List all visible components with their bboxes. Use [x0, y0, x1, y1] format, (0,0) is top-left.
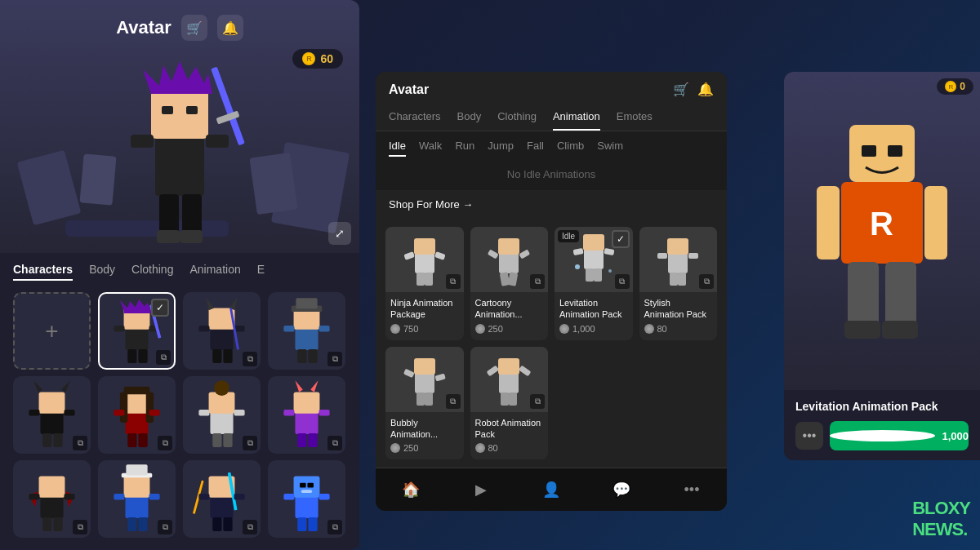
svg-rect-49 [146, 392, 154, 423]
overlay-tab-characters[interactable]: Characters [389, 104, 441, 131]
tab-characters[interactable]: Characters [13, 263, 73, 281]
anim-tab-climb[interactable]: Climb [557, 140, 584, 157]
tab-clothing[interactable]: Clothing [131, 263, 173, 281]
copy-badge-8: ⧉ [73, 520, 87, 534]
anim-tab-swim[interactable]: Swim [597, 140, 623, 157]
cart-icon-overlay[interactable]: 🛒 [673, 82, 689, 97]
svg-rect-117 [572, 248, 583, 255]
overlay-tab-emotes[interactable]: Emotes [617, 104, 653, 131]
buy-button[interactable]: 1,000 [830, 421, 969, 450]
copy-badge-4: ⧉ [73, 436, 87, 450]
cart-button[interactable]: 🛒 [181, 15, 207, 41]
svg-rect-124 [667, 238, 688, 255]
tab-e[interactable]: E [257, 263, 265, 281]
item-copy-6: ⧉ [530, 394, 545, 409]
item-name-4: Stylish Animation Pack [644, 297, 713, 321]
svg-rect-130 [414, 358, 435, 375]
character-cell-6[interactable]: ⧉ [183, 376, 261, 454]
anim-tab-idle[interactable]: Idle [389, 140, 406, 157]
item-cartoony-animation[interactable]: ⧉ Cartoony Animation... 250 [470, 227, 549, 340]
svg-rect-58 [198, 410, 209, 416]
anim-tab-walk[interactable]: Walk [419, 140, 442, 157]
character-cell-2[interactable]: ⧉ [183, 292, 261, 370]
svg-rect-93 [223, 517, 232, 531]
bottom-nav-play[interactable]: ▶ [465, 475, 497, 504]
item-price-6: 80 [475, 443, 544, 453]
svg-rect-81 [126, 464, 147, 475]
character-cell-7[interactable]: ⧉ [268, 376, 345, 454]
tab-body[interactable]: Body [89, 263, 115, 281]
svg-marker-41 [61, 380, 70, 392]
svg-rect-147 [924, 186, 947, 259]
character-cell-11[interactable]: ⧉ [268, 460, 345, 538]
svg-rect-134 [425, 393, 433, 406]
svg-rect-10 [182, 194, 202, 235]
svg-rect-112 [519, 249, 531, 259]
anim-tab-run[interactable]: Run [455, 140, 474, 157]
svg-rect-60 [212, 433, 221, 447]
svg-rect-110 [498, 238, 519, 255]
svg-rect-126 [688, 253, 698, 259]
character-cell-8[interactable]: ⧉ [13, 460, 91, 538]
copy-badge-6: ⧉ [243, 436, 257, 450]
overlay-tab-clothing[interactable]: Clothing [497, 104, 537, 131]
item-price-1: 750 [390, 324, 459, 334]
character-cell-3[interactable]: ⧉ [268, 292, 345, 370]
svg-rect-53 [127, 433, 136, 447]
add-character-cell[interactable]: + [13, 292, 91, 370]
svg-rect-71 [39, 476, 65, 497]
svg-rect-5 [131, 135, 154, 148]
bell-icon-overlay[interactable]: 🔔 [697, 82, 714, 97]
svg-rect-0 [155, 131, 204, 196]
coin-icon-right: R [945, 81, 956, 92]
svg-rect-85 [138, 517, 147, 531]
character-cell-9[interactable]: ⧉ [98, 460, 176, 538]
right-preview: R 0 R [784, 72, 980, 390]
svg-rect-1 [151, 90, 208, 139]
item-ninja-animation[interactable]: ⧉ Ninja Animation Package 750 [385, 227, 464, 340]
shop-for-more[interactable]: Shop For More → [376, 190, 727, 219]
expand-button[interactable]: ⤢ [328, 222, 351, 245]
svg-rect-69 [308, 433, 317, 447]
avatar-title-left: Avatar [116, 17, 172, 38]
svg-rect-63 [294, 392, 320, 413]
bottom-nav-chat[interactable]: 💬 [605, 475, 638, 504]
overlay-tab-animation[interactable]: Animation [553, 104, 600, 131]
bell-button[interactable]: 🔔 [217, 15, 243, 41]
bloxy-news-watermark: BLOXY NEWS. [912, 498, 970, 540]
svg-rect-90 [198, 494, 209, 500]
svg-rect-59 [234, 410, 245, 416]
svg-rect-125 [657, 253, 667, 259]
character-cell-10[interactable]: ⧉ [183, 460, 261, 538]
svg-rect-12 [180, 230, 203, 243]
overlay-tab-body[interactable]: Body [457, 104, 482, 131]
anim-tab-fall[interactable]: Fall [527, 140, 544, 157]
anim-tab-jump[interactable]: Jump [488, 140, 514, 157]
svg-rect-68 [297, 433, 306, 447]
svg-marker-64 [295, 380, 302, 392]
coin-badge-left: R 60 [292, 49, 343, 69]
item-char-svg-4 [653, 230, 702, 289]
item-thumb-2: ⧉ [470, 227, 549, 292]
item-robot-animation[interactable]: ⧉ Robot Animation Pack 80 [470, 347, 549, 460]
svg-rect-82 [114, 494, 124, 500]
bottom-nav-home[interactable]: 🏠 [394, 475, 427, 504]
bottom-nav: 🏠 ▶ 👤 💬 ••• [376, 468, 727, 511]
svg-rect-47 [124, 392, 150, 413]
copy-badge-11: ⧉ [327, 520, 342, 534]
more-options-button[interactable]: ••• [795, 422, 823, 450]
item-bubbly-animation[interactable]: ⧉ Bubbly Animation... 250 [385, 347, 464, 460]
character-cell-4[interactable]: ⧉ [13, 376, 91, 454]
svg-rect-54 [138, 433, 147, 447]
no-anim-text: No Idle Animations [376, 162, 727, 190]
item-copy-1: ⧉ [446, 274, 461, 289]
tab-animation[interactable]: Animation [189, 263, 240, 281]
character-cell-1[interactable]: ✓ ⧉ [98, 292, 176, 370]
item-levitation-animation[interactable]: Idle ✓ ⧉ Levitation Animation Pack 1,000 [555, 227, 633, 340]
svg-rect-120 [594, 268, 602, 282]
svg-marker-65 [310, 380, 318, 392]
character-cell-5[interactable]: ⧉ [98, 376, 176, 454]
bottom-nav-more[interactable]: ••• [675, 475, 708, 504]
bottom-nav-avatar[interactable]: 👤 [535, 475, 568, 504]
item-stylish-animation[interactable]: ⧉ Stylish Animation Pack 80 [639, 227, 718, 340]
